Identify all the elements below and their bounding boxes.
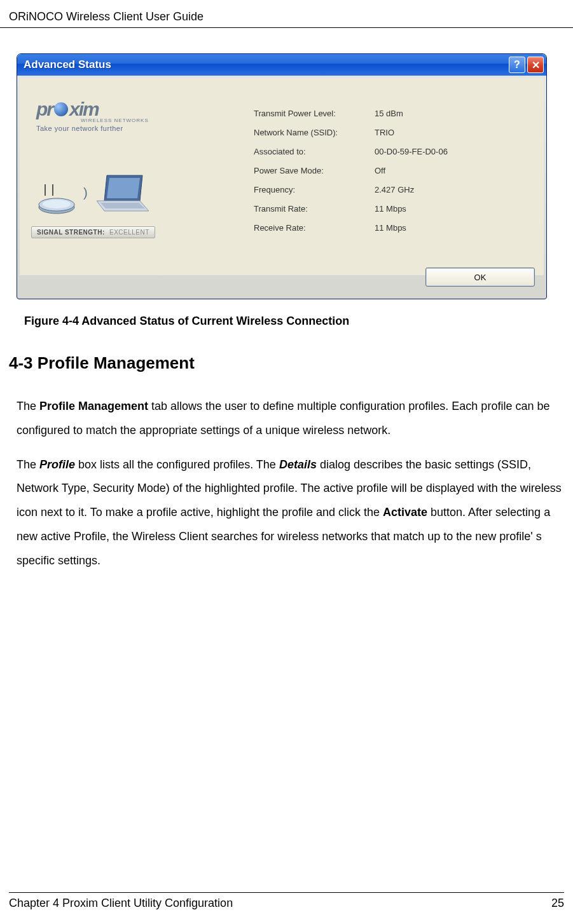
dialog-body: pr xim WIRELESS NETWORKS Take your netwo… (20, 78, 544, 275)
stat-label: Receive Rate: (254, 223, 375, 233)
logo-text-right: xim (69, 100, 99, 119)
page-header: ORiNOCO Wireless Client User Guide (0, 0, 573, 28)
stat-value: 15 dBm (375, 109, 403, 118)
page-number: 25 (551, 897, 564, 910)
globe-icon (54, 102, 68, 116)
table-row: Frequency: 2.427 GHz (254, 180, 532, 199)
page-content: Advanced Status ? ✕ pr xim WIRELESS NETW… (0, 28, 573, 573)
table-row: Network Name (SSID): TRIO (254, 123, 532, 142)
text: box lists all the configured profiles. T… (75, 458, 279, 471)
stat-label: Transmit Power Level: (254, 109, 375, 118)
signal-wave-icon: ) (83, 186, 88, 200)
signal-value: EXCELLENT (109, 229, 149, 236)
status-table: Transmit Power Level: 15 dBm Network Nam… (209, 85, 532, 275)
question-icon: ? (514, 59, 520, 71)
logo-tagline: Take your network further (36, 125, 149, 132)
stat-value: TRIO (375, 128, 394, 137)
stat-label: Network Name (SSID): (254, 128, 375, 137)
table-row: Associated to: 00-D0-59-FE-D0-06 (254, 142, 532, 161)
laptop-icon (94, 170, 151, 215)
stat-label: Power Save Mode: (254, 166, 375, 175)
bold-text: Profile Management (39, 400, 148, 412)
dialog-titlebar: Advanced Status ? ✕ (17, 54, 546, 76)
text: The (17, 458, 39, 471)
stat-value: 11 Mbps (375, 204, 406, 214)
text: The (17, 400, 39, 412)
table-row: Power Save Mode: Off (254, 161, 532, 180)
bold-italic-text: Details (279, 458, 317, 471)
bold-text: Activate (383, 506, 427, 519)
paragraph-1: The Profile Management tab allows the us… (17, 395, 560, 443)
stat-value: 11 Mbps (375, 223, 406, 233)
devices-illustration: ) (38, 170, 151, 215)
advanced-status-dialog: Advanced Status ? ✕ pr xim WIRELESS NETW… (17, 53, 547, 299)
stat-value: 2.427 GHz (375, 185, 414, 194)
logo-text-left: pr (36, 100, 53, 119)
table-row: Transmit Rate: 11 Mbps (254, 199, 532, 218)
logo-subbrand: WIRELESS NETWORKS (81, 118, 149, 123)
bold-italic-text: Profile (39, 458, 75, 471)
page-footer: Chapter 4 Proxim Client Utility Configur… (9, 892, 564, 910)
table-row: Receive Rate: 11 Mbps (254, 218, 532, 237)
svg-point-4 (43, 200, 71, 208)
help-button[interactable]: ? (509, 57, 525, 73)
dialog-title: Advanced Status (24, 58, 507, 71)
stat-label: Frequency: (254, 185, 375, 194)
stat-label: Transmit Rate: (254, 204, 375, 214)
signal-label: SIGNAL STRENGTH: (37, 229, 105, 236)
table-row: Transmit Power Level: 15 dBm (254, 104, 532, 123)
proxim-logo: pr xim WIRELESS NETWORKS Take your netwo… (31, 85, 149, 132)
close-button[interactable]: ✕ (527, 57, 544, 73)
section-heading: 4-3 Profile Management (9, 353, 564, 373)
stat-label: Associated to: (254, 147, 375, 156)
stat-value: Off (375, 166, 385, 175)
footer-chapter: Chapter 4 Proxim Client Utility Configur… (9, 897, 233, 910)
figure-caption: Figure 4-4 Advanced Status of Current Wi… (24, 315, 564, 328)
router-icon (38, 182, 77, 215)
dialog-left-pane: pr xim WIRELESS NETWORKS Take your netwo… (31, 85, 209, 275)
paragraph-2: The Profile box lists all the configured… (17, 453, 567, 573)
close-icon: ✕ (532, 59, 540, 71)
signal-strength-badge: SIGNAL STRENGTH: EXCELLENT (31, 226, 155, 238)
stat-value: 00-D0-59-FE-D0-06 (375, 147, 448, 156)
ok-button[interactable]: OK (425, 268, 535, 287)
